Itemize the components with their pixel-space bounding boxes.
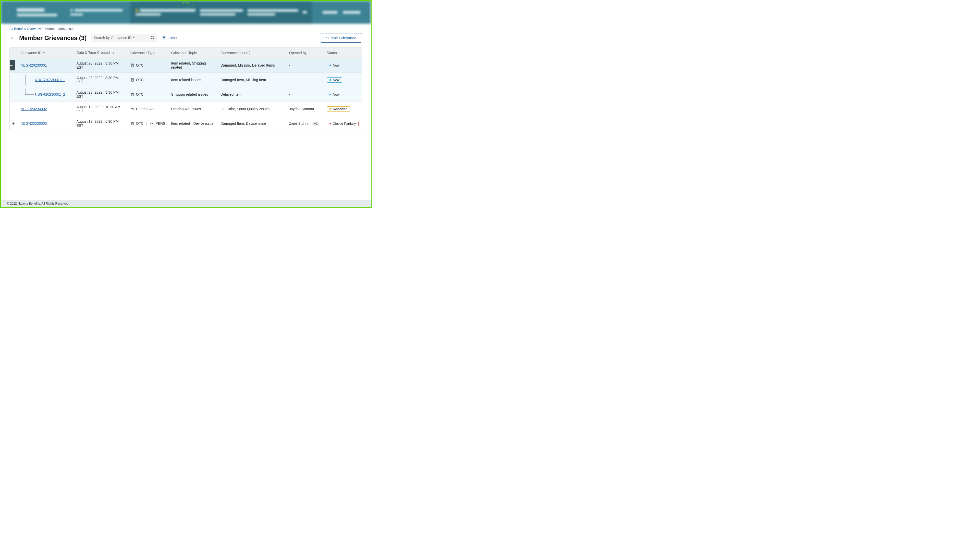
date-cell: August 23, 2022 | 3:30 PM EST bbox=[74, 73, 127, 87]
expand-button[interactable]: + bbox=[11, 121, 16, 126]
col-issue[interactable]: Grievance Issue(s) bbox=[218, 48, 286, 58]
table-row: +NBGR20230003August 17, 2022 | 5:30 PM E… bbox=[10, 116, 362, 131]
issue-cell: Damaged Item, Device issue bbox=[218, 116, 286, 131]
status-badge: Reviewed bbox=[327, 106, 350, 112]
svg-line-1 bbox=[154, 38, 154, 39]
opened-by: Zaire Siphron bbox=[289, 121, 310, 125]
svg-marker-2 bbox=[162, 37, 165, 40]
issue-cell: Damaged Item, Missing Item bbox=[218, 73, 286, 87]
type-label: Hearing Aid bbox=[136, 107, 154, 111]
filters-label: Filters bbox=[167, 36, 177, 40]
breadcrumb: All Benefits Overview / Member Grievance… bbox=[1, 24, 371, 30]
back-button[interactable] bbox=[10, 35, 14, 41]
opened-by: - bbox=[289, 63, 290, 67]
type-label: OTC bbox=[136, 63, 144, 67]
topic-cell: Item related issues bbox=[169, 73, 218, 87]
pers-icon bbox=[150, 121, 154, 125]
submit-grievance-button[interactable]: Submit Grievance bbox=[320, 33, 362, 43]
search-box[interactable] bbox=[91, 34, 158, 42]
table-row: NBGR20230001_1August 23, 2022 | 3:30 PM … bbox=[10, 73, 362, 87]
col-type[interactable]: Grievance Type bbox=[128, 48, 169, 58]
tree-connector bbox=[21, 75, 32, 85]
otc-icon bbox=[130, 121, 135, 125]
type-label: OTC bbox=[136, 92, 144, 97]
footer: © 2022 Nations Benefits. All Rights Rese… bbox=[1, 200, 371, 207]
more-badge: +1 bbox=[312, 122, 320, 126]
table-row: NBGR20230001_2August 23, 2022 | 3:30 PM … bbox=[10, 87, 362, 102]
grievance-id-link[interactable]: NBGR20230002 bbox=[21, 107, 47, 111]
status-badge: New bbox=[327, 92, 342, 97]
grievance-id-link[interactable]: NBGR20230001 bbox=[21, 63, 47, 67]
opened-by: - bbox=[289, 92, 290, 97]
grievances-table: Grievance ID # Date & Time Created Griev… bbox=[10, 47, 362, 131]
topic-cell: Shipping related issues bbox=[169, 87, 218, 102]
svg-point-18 bbox=[151, 123, 153, 124]
topic-cell: Item related, Shipping related bbox=[169, 58, 218, 73]
date-cell: August 17, 2022 | 5:30 PM EST bbox=[74, 116, 127, 131]
svg-point-0 bbox=[151, 36, 154, 39]
grievance-id-link[interactable]: NBGR20230001_1 bbox=[35, 78, 65, 82]
issue-cell: Delayed Item bbox=[218, 87, 286, 102]
col-topic[interactable]: Grievance Topic bbox=[169, 48, 218, 58]
breadcrumb-root-link[interactable]: All Benefits Overview bbox=[10, 27, 41, 30]
type-label: PERS bbox=[156, 121, 165, 125]
sort-icon bbox=[112, 51, 115, 55]
status-badge: New bbox=[327, 77, 342, 83]
status-badge: Closed Partially bbox=[327, 121, 359, 126]
col-grievance-id[interactable]: Grievance ID # bbox=[21, 48, 74, 58]
search-icon bbox=[150, 35, 155, 40]
col-opened-by[interactable]: Opened by bbox=[286, 48, 324, 58]
date-cell: August 18, 2022 | 10:30 AM EST bbox=[74, 102, 127, 116]
date-cell: August 23, 2022 | 3:30 PM EST bbox=[74, 87, 127, 102]
topic-cell: Item relatedDevice issue bbox=[169, 116, 218, 131]
opened-by: Jaydon Stanton bbox=[289, 107, 314, 111]
opened-by: - bbox=[289, 78, 290, 82]
filter-icon bbox=[162, 36, 166, 40]
hamburger-icon bbox=[8, 10, 9, 14]
collapse-button[interactable]: − bbox=[10, 60, 15, 70]
otc-icon bbox=[130, 78, 135, 82]
table-row: NBGR20230002August 18, 2022 | 10:30 AM E… bbox=[10, 102, 362, 116]
filters-button[interactable]: Filters bbox=[162, 36, 177, 40]
chevron-left-icon bbox=[10, 36, 14, 40]
status-badge: New bbox=[327, 63, 342, 68]
tree-connector bbox=[21, 89, 32, 100]
topic-cell: Hearing Aid Issues bbox=[169, 102, 218, 116]
hearing-aid-icon bbox=[130, 107, 135, 111]
search-input[interactable] bbox=[94, 36, 150, 40]
grievance-id-link[interactable]: NBGR20230003 bbox=[21, 121, 47, 125]
date-cell: August 23, 2022 | 3:30 PM EST bbox=[74, 58, 127, 73]
otc-icon bbox=[130, 92, 135, 97]
issue-cell: Damaged, Missing, Delayed Items bbox=[218, 58, 286, 73]
col-status[interactable]: Status bbox=[324, 48, 362, 58]
col-date[interactable]: Date & Time Created bbox=[74, 48, 127, 58]
page-title: Member Grievances (3) bbox=[19, 35, 86, 41]
breadcrumb-current: Member Grievances bbox=[45, 27, 74, 30]
table-row: −NBGR20230001August 23, 2022 | 3:30 PM E… bbox=[10, 58, 362, 73]
issue-cell: Fit, Color, Sount Quality Issues bbox=[218, 102, 286, 116]
in-call-badge: In Call bbox=[178, 1, 194, 6]
type-label: OTC bbox=[136, 78, 144, 82]
type-label: OTC bbox=[136, 121, 144, 125]
otc-icon bbox=[130, 63, 135, 67]
grievance-id-link[interactable]: NBGR20230001_2 bbox=[35, 92, 65, 97]
